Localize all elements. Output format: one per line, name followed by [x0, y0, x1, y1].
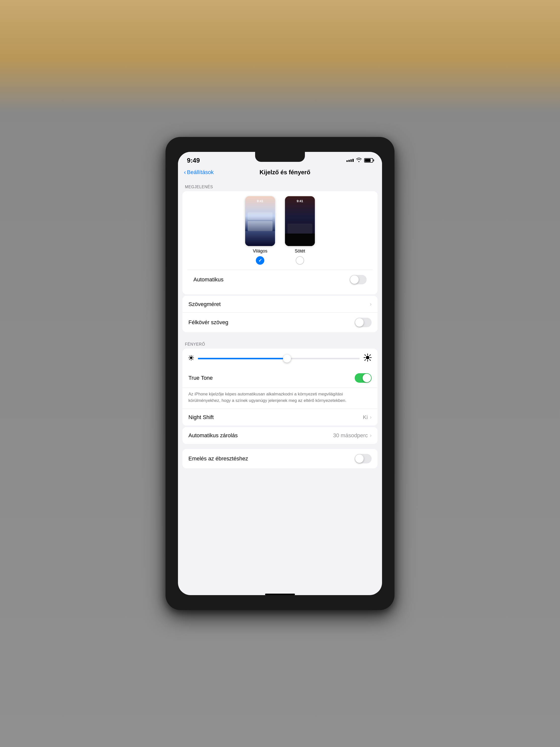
dark-mode-selector[interactable]	[296, 256, 304, 265]
automatikus-toggle[interactable]	[350, 275, 367, 284]
toggle-knob	[350, 275, 358, 284]
desk-surface: 9:49	[0, 0, 560, 747]
back-label: Beállítások	[187, 169, 214, 176]
back-button[interactable]: ‹ Beállítások	[184, 169, 214, 176]
light-mode-label: Világos	[253, 249, 268, 254]
page-title: Kijelző és fényerő	[214, 169, 356, 176]
light-preview: 9:41	[245, 196, 275, 246]
dark-preview-time: 9:41	[297, 199, 303, 203]
night-shift-chevron-icon: ›	[370, 414, 372, 420]
true-tone-toggle-knob	[363, 374, 371, 382]
light-mode-selector[interactable]: ✓	[256, 256, 264, 265]
svg-point-9	[366, 356, 369, 359]
sun-small-icon	[188, 355, 194, 362]
battery-icon	[364, 158, 373, 162]
back-chevron-icon: ‹	[184, 169, 186, 176]
brightness-slider[interactable]	[198, 358, 359, 359]
appearance-card: 9:41 Világos ✓	[182, 191, 378, 294]
svg-line-7	[189, 359, 190, 360]
auto-lock-chevron-icon: ›	[370, 432, 372, 439]
automatikus-row[interactable]: Automatikus	[187, 270, 373, 289]
home-indicator	[265, 594, 295, 595]
true-tone-row[interactable]: True Tone	[182, 368, 378, 388]
automatikus-label: Automatikus	[193, 276, 223, 283]
notch	[255, 152, 305, 162]
raise-row[interactable]: Emelés az ébresztéshez	[182, 449, 378, 468]
felkover-row[interactable]: Félkövér szöveg	[182, 313, 378, 332]
content-area: MEGJELENÉS 9:41 Világos	[178, 180, 382, 592]
szovegmeret-label: Szövegméret	[188, 301, 221, 308]
night-shift-row[interactable]: Night Shift Ki ›	[182, 409, 378, 426]
dark-mode-label: Sötét	[295, 249, 305, 254]
checkmark-icon: ✓	[258, 258, 262, 263]
signal-icon	[346, 159, 354, 162]
dark-preview: 9:41	[285, 196, 315, 246]
sun-large-icon	[364, 354, 372, 363]
svg-point-0	[190, 357, 192, 359]
brightness-fill	[198, 358, 287, 359]
text-card: Szövegméret › Félkövér szöveg	[182, 296, 378, 332]
brightness-thumb[interactable]	[283, 355, 291, 363]
szovegmeret-chevron-icon: ›	[370, 301, 372, 308]
night-shift-right: Ki ›	[363, 414, 372, 420]
auto-lock-card: Automatikus zárolás 30 másodperc ›	[182, 427, 378, 444]
raise-card: Emelés az ébresztéshez	[182, 449, 378, 468]
phone-box: 9:49	[165, 137, 395, 610]
raise-toggle[interactable]	[355, 454, 372, 463]
brightness-card: True Tone Az iPhone kijelzője képes auto…	[182, 349, 378, 426]
auto-lock-label: Automatikus zárolás	[188, 432, 238, 439]
auto-lock-value: 30 másodperc	[333, 432, 368, 439]
light-mode-option[interactable]: 9:41 Világos ✓	[245, 196, 275, 265]
svg-line-5	[189, 356, 190, 357]
brightness-slider-row	[182, 349, 378, 368]
szovegmeret-row[interactable]: Szövegméret ›	[182, 296, 378, 313]
light-preview-time: 9:41	[257, 199, 263, 203]
status-time: 9:49	[187, 157, 200, 164]
night-shift-label: Night Shift	[188, 414, 214, 420]
wifi-icon	[356, 158, 362, 163]
true-tone-toggle[interactable]	[355, 373, 372, 383]
phone-screen: 9:49	[178, 152, 382, 595]
true-tone-description: Az iPhone kijelzője képes automatikusan …	[182, 388, 378, 409]
dark-mode-option[interactable]: 9:41 Sötét	[285, 196, 315, 265]
svg-line-15	[370, 360, 371, 361]
auto-lock-row[interactable]: Automatikus zárolás 30 másodperc ›	[182, 427, 378, 444]
svg-line-16	[365, 360, 366, 361]
night-shift-value: Ki	[363, 414, 368, 420]
megjelenes-header: MEGJELENÉS	[178, 180, 382, 191]
appearance-options: 9:41 Világos ✓	[187, 196, 373, 265]
nav-bar: ‹ Beállítások Kijelző és fényerő	[178, 167, 382, 180]
fenyero-header: FÉNYERŐ	[178, 337, 382, 349]
true-tone-label: True Tone	[188, 375, 213, 381]
felkover-toggle-knob	[355, 318, 364, 327]
svg-line-8	[192, 356, 193, 357]
raise-toggle-knob	[355, 455, 364, 463]
svg-line-17	[370, 355, 371, 356]
felkover-toggle[interactable]	[355, 318, 372, 327]
felkover-label: Félkövér szöveg	[188, 319, 228, 326]
svg-line-6	[192, 359, 193, 360]
raise-label: Emelés az ébresztéshez	[188, 456, 248, 462]
svg-line-14	[365, 355, 366, 356]
status-icons	[346, 158, 373, 163]
